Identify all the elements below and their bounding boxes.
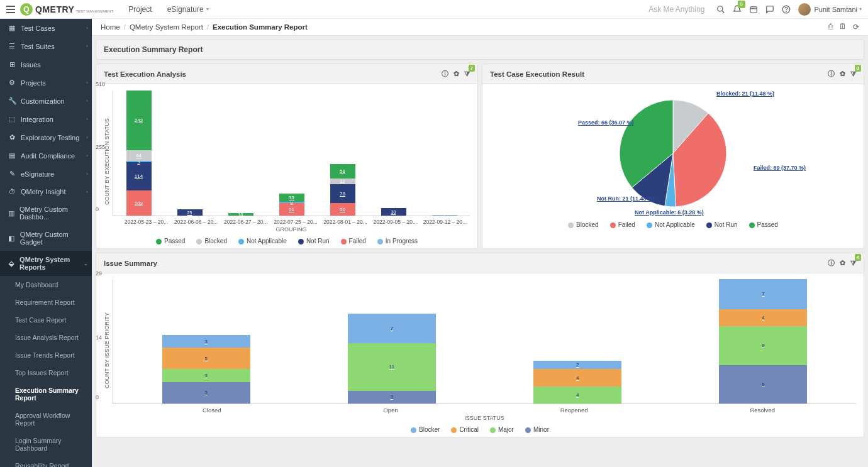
bar-chart-execution: 10211454424225105163350782258302 0255510: [113, 91, 470, 216]
sidebar-item-insight[interactable]: ⏱QMetry Insight›: [0, 183, 92, 201]
dashboard-icon: ▥: [8, 209, 14, 217]
chevron-right-icon: ›: [86, 25, 88, 31]
subnav-reusability[interactable]: Reusability Report: [0, 457, 92, 467]
card-issue-summary: Issue Summary ⓘ ✿ ⧩4 COUNT BY ISSUE PRIO…: [96, 253, 864, 437]
sidebar-item-test-cases[interactable]: ▦Test Cases›: [0, 19, 92, 37]
dashboard-icon: ⏱: [8, 188, 16, 195]
sidebar: ▦Test Cases› ☰Test Suites› ⊞Issues ⚙Proj…: [0, 19, 92, 467]
subnav-my-dashboard[interactable]: My Dashboard: [0, 276, 92, 294]
filter-icon[interactable]: ⧩0: [850, 70, 856, 78]
sidebar-item-test-suites[interactable]: ☰Test Suites›: [0, 37, 92, 55]
sidebar-item-custom-gadget[interactable]: ◧QMetry Custom Gadget: [0, 226, 92, 251]
subnav-issue-analysis[interactable]: Issue Analysis Report: [0, 329, 92, 346]
chat-icon[interactable]: [762, 1, 778, 18]
y-axis-label: COUNT BY EXECUTION STATUS: [104, 91, 110, 233]
info-icon[interactable]: ⓘ: [442, 69, 448, 79]
calendar-icon[interactable]: [745, 1, 762, 18]
svg-rect-2: [750, 6, 757, 12]
breadcrumb-home[interactable]: Home: [101, 23, 120, 31]
gadget-icon: ◧: [8, 234, 15, 243]
subnav-approval-workflow[interactable]: Approval Workflow Report: [0, 407, 92, 432]
svg-point-5: [786, 11, 786, 11]
info-icon[interactable]: ⓘ: [828, 69, 835, 79]
sidebar-item-issues[interactable]: ⊞Issues: [0, 55, 92, 74]
pie-label-failed[interactable]: Failed: 69 (37.70 %): [754, 165, 806, 172]
chevron-down-icon: ▾: [859, 6, 862, 12]
notification-icon[interactable]: 0: [729, 1, 745, 18]
menu-icon[interactable]: [6, 6, 15, 13]
sidebar-item-exploratory[interactable]: ✿Exploratory Testing›: [0, 128, 92, 146]
card-title: Issue Summary: [104, 260, 157, 267]
card-test-case-result: Test Case Execution Result ⓘ ✿ ⧩0 Blocke…: [482, 63, 864, 249]
gear-icon[interactable]: ✿: [453, 70, 459, 78]
card-test-execution-analysis: Test Execution Analysis ⓘ ✿ ⧩7 COUNT BY …: [96, 63, 478, 249]
global-search-input[interactable]: Ask Me Anything: [648, 5, 704, 14]
pie-label-passed[interactable]: Passed: 66 (36.07 %): [578, 119, 634, 126]
gear-icon: ✿: [8, 133, 16, 141]
page-title: Execution Summary Report: [96, 40, 864, 60]
main-content: Home / QMetry System Report / Execution …: [92, 19, 868, 467]
sidebar-item-projects[interactable]: ⚙Projects›: [0, 74, 92, 92]
bar-chart-issues: 535331174429947 01429: [113, 280, 856, 404]
card-title: Test Case Execution Result: [490, 70, 584, 78]
info-icon[interactable]: ⓘ: [828, 258, 835, 268]
top-bar: Q QMETRY TEST MANAGEMENT Project eSignat…: [0, 0, 868, 19]
sidebar-item-system-reports[interactable]: ⬙QMetry System Reports⌄: [0, 251, 92, 276]
user-menu[interactable]: Punit Samtani▾: [815, 6, 862, 13]
list-icon: ☰: [8, 42, 16, 50]
subnav-login-summary[interactable]: Login Summary Dashboard: [0, 432, 92, 457]
subnav-top-issues[interactable]: Top Issues Report: [0, 364, 92, 382]
signature-icon: ✎: [8, 170, 16, 178]
x-axis-label: ISSUE STATUS: [113, 415, 856, 421]
user-avatar[interactable]: [798, 3, 811, 16]
sidebar-item-esignature[interactable]: ✎eSignature›: [0, 165, 92, 183]
pie-label-na[interactable]: Not Applicable: 6 (3.28 %): [635, 209, 704, 216]
search-icon[interactable]: [713, 1, 729, 18]
breadcrumb-mid[interactable]: QMetry System Report: [130, 23, 203, 31]
svg-line-1: [721, 10, 724, 13]
filter-icon[interactable]: ⧩4: [850, 259, 856, 267]
sidebar-item-audit[interactable]: ▤Audit Compliance›: [0, 146, 92, 165]
brand-logo-icon: Q: [20, 3, 33, 16]
help-icon[interactable]: [778, 1, 794, 18]
puzzle-icon: ⬚: [8, 115, 16, 123]
chart-icon: ⬙: [8, 260, 14, 268]
subnav-requirement-report[interactable]: Requirement Report: [0, 294, 92, 311]
y-axis-label: COUNT BY ISSUE PRIORITY: [104, 280, 110, 421]
sidebar-item-custom-dash[interactable]: ▥QMetry Custom Dashbo...: [0, 201, 92, 226]
refresh-icon[interactable]: ⟳: [853, 23, 859, 31]
breadcrumb-current: Execution Summary Report: [213, 23, 308, 31]
pie-label-blocked[interactable]: Blocked: 21 (11.48 %): [716, 91, 774, 97]
sidebar-item-integration[interactable]: ⬚Integration›: [0, 110, 92, 128]
project-label: Project: [128, 5, 152, 14]
chart-legend: BlockedFailedNot ApplicableNot RunPassed: [490, 221, 856, 228]
bug-icon: ⊞: [8, 60, 16, 69]
subnav-execution-summary[interactable]: Execution Summary Report: [0, 382, 92, 407]
gear-icon: ⚙: [8, 79, 16, 87]
card-title: Test Execution Analysis: [104, 70, 186, 78]
filter-icon[interactable]: ⧩7: [464, 70, 470, 78]
sidebar-item-customization[interactable]: 🔧Customization›: [0, 92, 92, 110]
chevron-down-icon: ⌄: [84, 261, 88, 266]
pie-chart-result: Blocked: 21 (11.48 %) Failed: 69 (37.70 …: [490, 91, 856, 216]
svg-point-0: [717, 6, 722, 11]
subnav-issue-trends[interactable]: Issue Trends Report: [0, 346, 92, 364]
grid-icon: ▦: [8, 24, 16, 32]
wrench-icon: 🔧: [8, 97, 16, 105]
chevron-down-icon: ▾: [206, 6, 209, 12]
gear-icon[interactable]: ✿: [840, 70, 845, 78]
x-axis-label: GROUPING: [113, 226, 470, 233]
breadcrumb: Home / QMetry System Report / Execution …: [92, 19, 868, 36]
gear-icon[interactable]: ✿: [840, 259, 845, 267]
pie-label-notrun[interactable]: Not Run: 21 (11.48 %): [597, 195, 655, 202]
shield-icon: ▤: [8, 151, 16, 160]
export-pdf-icon[interactable]: ⎙: [828, 23, 833, 31]
chart-legend: BlockerCriticalMajorMinor: [104, 426, 856, 433]
chart-legend: PassedBlockedNot ApplicableNot RunFailed…: [104, 238, 470, 244]
project-selector[interactable]: eSignature▾: [167, 5, 209, 14]
schedule-icon[interactable]: 🗓: [839, 23, 847, 31]
subnav-test-case-report[interactable]: Test Case Report: [0, 311, 92, 329]
brand-text: QMETRY TEST MANAGEMENT: [35, 4, 113, 14]
